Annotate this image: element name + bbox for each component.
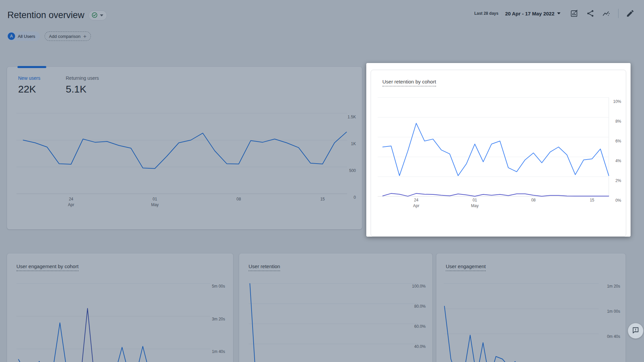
- svg-text:4%: 4%: [615, 159, 622, 163]
- svg-text:0%: 0%: [615, 198, 622, 203]
- svg-text:10%: 10%: [613, 99, 621, 104]
- user-retention-by-cohort-card[interactable]: User retention by cohort 10%8%6%4%2%0%24…: [371, 70, 626, 237]
- svg-text:15: 15: [590, 198, 594, 202]
- svg-text:6%: 6%: [615, 139, 622, 143]
- svg-text:08: 08: [531, 198, 536, 202]
- selected-card-highlight: User retention by cohort 10%8%6%4%2%0%24…: [366, 63, 631, 237]
- svg-text:24: 24: [414, 198, 419, 202]
- feedback-icon: [632, 326, 640, 336]
- svg-text:2%: 2%: [615, 178, 622, 183]
- feedback-button[interactable]: [628, 323, 643, 339]
- retention-cohort-line-chart: 10%8%6%4%2%0%24Apr01May0815: [371, 70, 627, 237]
- svg-text:May: May: [471, 203, 479, 208]
- svg-text:8%: 8%: [615, 119, 622, 124]
- svg-text:Apr: Apr: [413, 203, 420, 208]
- svg-text:01: 01: [473, 198, 477, 202]
